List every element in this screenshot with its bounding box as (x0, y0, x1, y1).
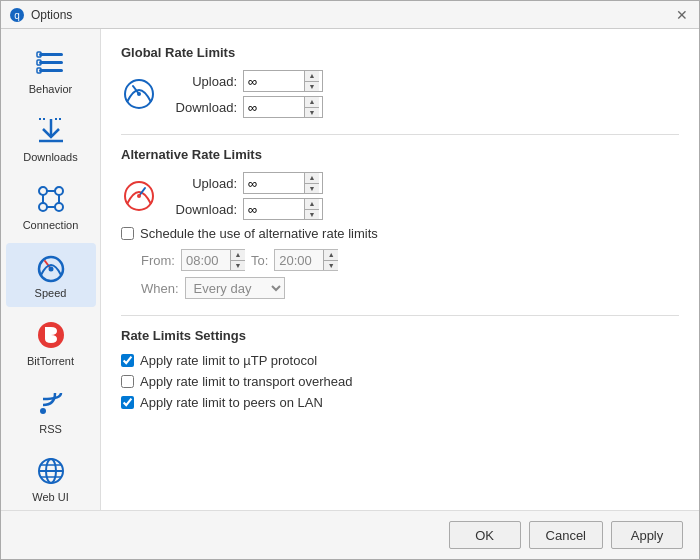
footer: OK Cancel Apply (1, 510, 699, 559)
bittorrent-icon (35, 319, 67, 351)
from-spin-down[interactable]: ▼ (231, 261, 245, 271)
alternative-rate-limits-title: Alternative Rate Limits (121, 147, 679, 162)
window-title: Options (31, 8, 72, 22)
to-input[interactable] (275, 250, 323, 270)
svg-point-11 (55, 203, 63, 211)
alt-rate-fields: Upload: ▲ ▼ Download: (167, 172, 323, 220)
svg-point-27 (137, 92, 141, 96)
option1-checkbox[interactable] (121, 354, 134, 367)
rss-icon (35, 387, 67, 419)
alt-download-spin-up[interactable]: ▲ (305, 199, 319, 210)
option2-row: Apply rate limit to transport overhead (121, 374, 679, 389)
svg-point-17 (48, 267, 53, 272)
alt-upload-input[interactable] (244, 173, 304, 193)
from-spin-up[interactable]: ▲ (231, 250, 245, 261)
sidebar-item-downloads[interactable]: Downloads (6, 107, 96, 171)
schedule-checkbox[interactable] (121, 227, 134, 240)
main-content: Behavior Downloads (1, 29, 699, 510)
alt-rate-icon-row: Upload: ▲ ▼ Download: (121, 172, 679, 220)
when-label: When: (141, 281, 179, 296)
sidebar-item-rss[interactable]: RSS (6, 379, 96, 443)
apply-button[interactable]: Apply (611, 521, 683, 549)
option2-checkbox[interactable] (121, 375, 134, 388)
svg-point-19 (40, 408, 46, 414)
alt-download-input-wrapper[interactable]: ▲ ▼ (243, 198, 323, 220)
global-rate-icon-row: Upload: ▲ ▼ Download: (121, 70, 679, 118)
app-icon: q (9, 7, 25, 23)
schedule-checkbox-row: Schedule the use of alternative rate lim… (121, 226, 679, 241)
divider-1 (121, 134, 679, 135)
alt-download-row: Download: ▲ ▼ (167, 198, 323, 220)
svg-rect-4 (39, 69, 63, 72)
global-upload-label: Upload: (167, 74, 237, 89)
sidebar-item-rss-label: RSS (39, 423, 62, 435)
global-rate-icon (121, 74, 157, 110)
option3-checkbox[interactable] (121, 396, 134, 409)
option1-label: Apply rate limit to µTP protocol (140, 353, 317, 368)
option3-label: Apply rate limit to peers on LAN (140, 395, 323, 410)
alternative-rate-limits-section: Alternative Rate Limits Upload: (121, 147, 679, 299)
from-input-wrapper: ▲ ▼ (181, 249, 245, 271)
sidebar-item-downloads-label: Downloads (23, 151, 77, 163)
sidebar-item-connection-label: Connection (23, 219, 79, 231)
alt-upload-row: Upload: ▲ ▼ (167, 172, 323, 194)
titlebar-left: q Options (9, 7, 72, 23)
option1-row: Apply rate limit to µTP protocol (121, 353, 679, 368)
downloads-icon (35, 115, 67, 147)
svg-text:q: q (14, 10, 20, 21)
global-download-spin-up[interactable]: ▲ (305, 97, 319, 108)
global-upload-spinners: ▲ ▼ (304, 71, 319, 91)
from-label: From: (141, 253, 175, 268)
alt-upload-input-wrapper[interactable]: ▲ ▼ (243, 172, 323, 194)
svg-point-10 (39, 203, 47, 211)
alt-upload-label: Upload: (167, 176, 237, 191)
alt-rate-icon (121, 176, 157, 212)
to-spin-up[interactable]: ▲ (324, 250, 338, 261)
svg-rect-3 (39, 61, 63, 64)
option2-label: Apply rate limit to transport overhead (140, 374, 352, 389)
when-row: When: Every day Weekdays Weekends (121, 277, 679, 299)
global-upload-spin-up[interactable]: ▲ (305, 71, 319, 82)
global-upload-row: Upload: ▲ ▼ (167, 70, 323, 92)
when-select[interactable]: Every day Weekdays Weekends (185, 277, 285, 299)
sidebar-item-behavior[interactable]: Behavior (6, 39, 96, 103)
alt-download-spin-down[interactable]: ▼ (305, 210, 319, 220)
to-input-wrapper: ▲ ▼ (274, 249, 338, 271)
option3-row: Apply rate limit to peers on LAN (121, 395, 679, 410)
global-upload-input[interactable] (244, 71, 304, 91)
svg-rect-2 (39, 53, 63, 56)
rate-limits-settings-title: Rate Limits Settings (121, 328, 679, 343)
sidebar: Behavior Downloads (1, 29, 101, 510)
global-download-input-wrapper[interactable]: ▲ ▼ (243, 96, 323, 118)
global-download-spinners: ▲ ▼ (304, 97, 319, 117)
alt-upload-spin-up[interactable]: ▲ (305, 173, 319, 184)
alt-download-input[interactable] (244, 199, 304, 219)
global-upload-input-wrapper[interactable]: ▲ ▼ (243, 70, 323, 92)
speed-icon (35, 251, 67, 283)
sidebar-item-bittorrent-label: BitTorrent (27, 355, 74, 367)
schedule-label-text: Schedule the use of alternative rate lim… (140, 226, 378, 241)
global-download-input[interactable] (244, 97, 304, 117)
from-input[interactable] (182, 250, 230, 270)
alt-upload-spinners: ▲ ▼ (304, 173, 319, 193)
sidebar-item-webui[interactable]: Web UI (6, 447, 96, 510)
svg-point-8 (39, 187, 47, 195)
titlebar: q Options ✕ (1, 1, 699, 29)
close-button[interactable]: ✕ (673, 6, 691, 24)
alt-upload-spin-down[interactable]: ▼ (305, 184, 319, 194)
rate-limits-settings-section: Rate Limits Settings Apply rate limit to… (121, 328, 679, 410)
cancel-button[interactable]: Cancel (529, 521, 603, 549)
schedule-checkbox-label[interactable]: Schedule the use of alternative rate lim… (121, 226, 378, 241)
svg-point-9 (55, 187, 63, 195)
to-label: To: (251, 253, 268, 268)
connection-icon (35, 183, 67, 215)
to-spin-down[interactable]: ▼ (324, 261, 338, 271)
sidebar-item-speed-label: Speed (35, 287, 67, 299)
global-upload-spin-down[interactable]: ▼ (305, 82, 319, 92)
sidebar-item-connection[interactable]: Connection (6, 175, 96, 239)
global-download-spin-down[interactable]: ▼ (305, 108, 319, 118)
sidebar-item-speed[interactable]: Speed (6, 243, 96, 307)
ok-button[interactable]: OK (449, 521, 521, 549)
sidebar-item-bittorrent[interactable]: BitTorrent (6, 311, 96, 375)
sidebar-item-webui-label: Web UI (32, 491, 68, 503)
